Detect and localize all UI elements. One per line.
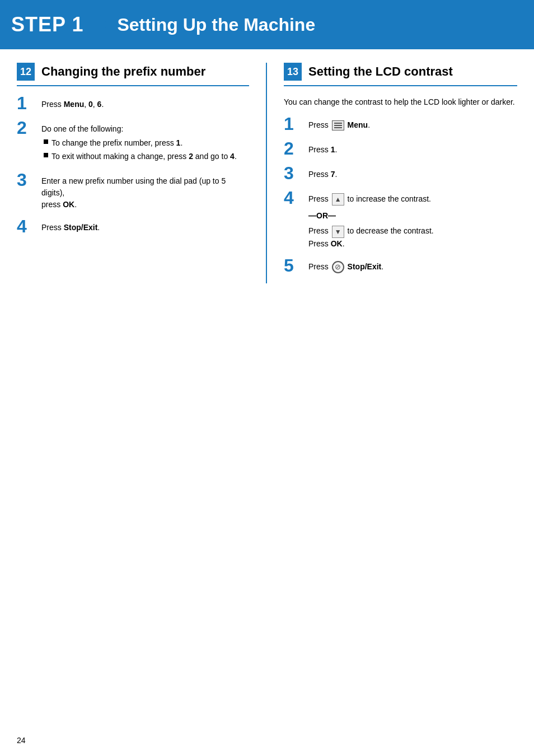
menu-button-icon (332, 120, 344, 130)
step13-2-num: 2 (284, 139, 304, 157)
bullet-icon (44, 139, 48, 144)
bullet12-2-1-text: To change the prefix number, press 1. (51, 137, 182, 149)
section13-steps: 1 Press Menu. 2 Press 1. 3 Press 7. (284, 117, 517, 274)
step13-3-content: Press 7. (308, 166, 517, 180)
section12-number: 12 (17, 63, 35, 81)
main-content: 12 Changing the prefix number 1 Press Me… (0, 49, 534, 297)
step12-4-num: 4 (17, 217, 37, 235)
or-divider: —OR— (308, 210, 517, 222)
page-title: Setting Up the Machine (117, 15, 315, 35)
page-header: STEP 1 Setting Up the Machine (0, 0, 534, 49)
step13-3: 3 Press 7. (284, 166, 517, 182)
section13-header: 13 Setting the LCD contrast (284, 63, 517, 86)
step12-3-num: 3 (17, 171, 37, 189)
step13-4: 4 Press ▲ to increase the contrast. —OR—… (284, 191, 517, 250)
bullet12-2-2: To exit without making a change, press 2… (44, 151, 249, 162)
section13-title: Setting the LCD contrast (308, 64, 453, 79)
step13-1-num: 1 (284, 115, 304, 133)
step13-4-content: Press ▲ to increase the contrast. —OR— P… (308, 191, 517, 250)
right-column: 13 Setting the LCD contrast You can chan… (267, 63, 517, 283)
left-column: 12 Changing the prefix number 1 Press Me… (17, 63, 267, 283)
section13-intro: You can change the contrast to help the … (284, 96, 517, 108)
step13-5-num: 5 (284, 256, 304, 274)
step13-2-content: Press 1. (308, 142, 517, 156)
page-number: 24 (17, 736, 26, 745)
step12-1: 1 Press Menu, 0, 6. (17, 96, 249, 112)
step-chevron (92, 6, 108, 44)
step13-5: 5 Press ⊘ Stop/Exit. (284, 259, 517, 274)
step13-2: 2 Press 1. (284, 142, 517, 157)
step12-3-content: Enter a new prefix number using the dial… (41, 173, 249, 211)
bullet12-2-2-text: To exit without making a change, press 2… (51, 151, 237, 162)
section12-steps: 1 Press Menu, 0, 6. 2 Do one of the foll… (17, 96, 249, 235)
step13-1: 1 Press Menu. (284, 117, 517, 133)
bullet12-2-1: To change the prefix number, press 1. (44, 137, 249, 149)
decrease-contrast-icon: ▼ (332, 226, 344, 238)
step12-4: 4 Press Stop/Exit. (17, 220, 249, 235)
step12-2-bullets: To change the prefix number, press 1. To… (44, 137, 249, 162)
step13-4-num: 4 (284, 189, 304, 207)
section12-header: 12 Changing the prefix number (17, 63, 249, 86)
step12-1-num: 1 (17, 94, 37, 112)
increase-contrast-icon: ▲ (332, 193, 344, 206)
step12-1-content: Press Menu, 0, 6. (41, 96, 249, 110)
step12-2-content: Do one of the following: To change the p… (41, 121, 249, 164)
step12-4-content: Press Stop/Exit. (41, 220, 249, 234)
bullet-icon (44, 153, 48, 157)
step12-3: 3 Enter a new prefix number using the di… (17, 173, 249, 211)
stop-button-icon: ⊘ (332, 261, 344, 273)
step13-1-content: Press Menu. (308, 117, 517, 131)
section12-title: Changing the prefix number (41, 64, 205, 79)
section13-number: 13 (284, 63, 302, 81)
step12-2-num: 2 (17, 119, 37, 137)
step12-2: 2 Do one of the following: To change the… (17, 121, 249, 164)
step13-5-content: Press ⊘ Stop/Exit. (308, 259, 517, 273)
step13-3-num: 3 (284, 164, 304, 182)
step-label: STEP 1 (0, 13, 92, 36)
